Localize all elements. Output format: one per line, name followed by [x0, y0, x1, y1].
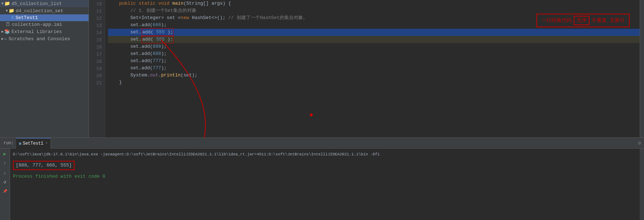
scroll-down-button[interactable]: ↓	[1, 169, 9, 177]
console-scrollbar[interactable]	[640, 149, 644, 220]
sidebar-label-iml: collection-app.iml	[12, 22, 62, 27]
ln-13: 13	[89, 22, 102, 29]
run-button[interactable]: ▶	[1, 150, 9, 158]
tab-close-button[interactable]: ×	[46, 141, 48, 145]
pin-button[interactable]: 📌	[1, 187, 9, 195]
ln-12: 12	[89, 15, 102, 22]
sidebar-label-ext: External Libraries	[11, 29, 62, 34]
warn-icon-14: 💡	[89, 29, 89, 37]
code-line-11: // 1、创建一个Set集合的对象	[108, 7, 640, 14]
editor-scrollbar[interactable]	[640, 0, 644, 137]
sidebar-item-ext[interactable]: ▶ 📚 External Libraries	[0, 28, 89, 35]
iml-icon: 🗒	[6, 22, 10, 27]
ext-icon: 📚	[4, 29, 10, 34]
sidebar-item-d4[interactable]: ▼ 📁 d4_collection_set	[0, 7, 89, 14]
ln-10: ▶ 10	[89, 1, 102, 8]
annotation-inner-box: 无序	[574, 16, 589, 25]
gear-icon[interactable]: ⚙	[638, 140, 641, 146]
tab-icon: ▣	[19, 141, 22, 146]
arrow-icon-d4: ▼	[6, 9, 8, 13]
sidebar-item-scratches[interactable]: ▶ ✏️ Scratches and Consoles	[0, 35, 89, 42]
bottom-tab-settest1[interactable]: ▣ SetTest1 ×	[16, 138, 51, 149]
output-text: [888, 777, 666, 555]	[16, 163, 72, 168]
ln-15: 15	[89, 37, 102, 44]
scratch-icon: ✏️	[4, 36, 7, 42]
tab-label: SetTest1	[23, 141, 43, 146]
arrow-icon-ext: ▶	[1, 29, 4, 34]
ln-20: 20	[89, 72, 102, 80]
scroll-up-button[interactable]: ↑	[1, 159, 9, 167]
ln-19: 19	[89, 65, 102, 72]
selected-code-14: add( 555 );	[142, 28, 174, 36]
code-line-21: }	[108, 79, 640, 86]
sidebar-item-d5[interactable]: ▼ 📁 d5_collection_list	[0, 0, 89, 7]
code-line-20: System. out . println (set);	[108, 72, 640, 79]
console-area[interactable]: D:\soft\Java\jdk-17.0.1\bin\java.exe -ja…	[10, 149, 640, 220]
arrow-icon-scratch: ▶	[1, 37, 4, 41]
console-command: D:\soft\Java\jdk-17.0.1\bin\java.exe -ja…	[13, 151, 637, 158]
ln-17: 17	[89, 51, 102, 58]
editor-area: ▶ 10 11 12 13 💡 14 15 16 17 18 19 20 21	[89, 0, 644, 137]
code-content: ▶ 10 11 12 13 💡 14 15 16 17 18 19 20 21	[89, 0, 644, 137]
sidebar-label-settest1: SetTest1	[15, 15, 38, 20]
folder-icon-d4: 📁	[9, 8, 14, 14]
run-label: run:	[1, 141, 16, 146]
annotation-text2: 不重复 无索引	[592, 17, 625, 24]
bottom-toolbar: ▶ ↑ ↓ ↺ 📌	[0, 149, 10, 220]
main-area: ▼ 📁 d5_collection_list ▼ 📁 d4_collection…	[0, 0, 644, 137]
ln-11: 11	[89, 8, 102, 15]
sidebar-item-iml[interactable]: 🗒 collection-app.iml	[0, 21, 89, 28]
ln-16: 16	[89, 44, 102, 51]
ln-18: 18	[89, 58, 102, 65]
code-line-19: set.add( 777 );	[108, 65, 640, 72]
line-numbers: ▶ 10 11 12 13 💡 14 15 16 17 18 19 20 21	[89, 0, 105, 137]
annotation-text1: 一行经典代码	[541, 17, 572, 24]
sidebar-label-d5: d5_collection_list	[11, 1, 62, 6]
bottom-tabs: run: ▣ SetTest1 × ⚙	[0, 138, 644, 149]
output-result-box: [888, 777, 666, 555]	[13, 161, 75, 170]
code-line-17: set.add( 888 );	[108, 50, 640, 57]
bottom-panel: run: ▣ SetTest1 × ⚙ ▶ ↑ ↓ ↺ 📌 D:\soft\Ja…	[0, 137, 644, 220]
annotation-box-text: 无序	[577, 18, 587, 23]
code-line-18: set.add( 777 );	[108, 57, 640, 65]
sidebar: ▼ 📁 d5_collection_list ▼ 📁 d4_collection…	[0, 0, 89, 137]
sidebar-label-d4: d4_collection_set	[16, 8, 63, 14]
ln-14: 💡 14	[89, 29, 102, 37]
sidebar-item-settest1[interactable]: C SetTest1	[0, 14, 89, 21]
ln-21: 21	[89, 80, 102, 87]
console-output: [888, 777, 666, 555]	[13, 161, 637, 170]
annotation-box: 一行经典代码 无序 不重复 无索引	[536, 14, 630, 27]
arrow-icon: ▼	[1, 2, 4, 6]
sidebar-label-scratches: Scratches and Consoles	[9, 36, 70, 42]
java-icon: C	[11, 15, 14, 20]
code-line-14: set. add( 555 );	[108, 29, 640, 36]
code-line-10: public static void main (String[] args) …	[108, 0, 640, 7]
rerun-button[interactable]: ↺	[1, 178, 9, 186]
selected-code-15: add( 555 ):	[142, 36, 174, 43]
console-exit-message: Process finished with exit code 0	[13, 173, 637, 180]
bottom-content: ▶ ↑ ↓ ↺ 📌 D:\soft\Java\jdk-17.0.1\bin\ja…	[0, 149, 644, 220]
folder-icon: 📁	[4, 1, 10, 6]
code-line-15: set. add( 555 ):	[108, 36, 640, 43]
code-line-16: set.add( 888 );	[108, 43, 640, 50]
